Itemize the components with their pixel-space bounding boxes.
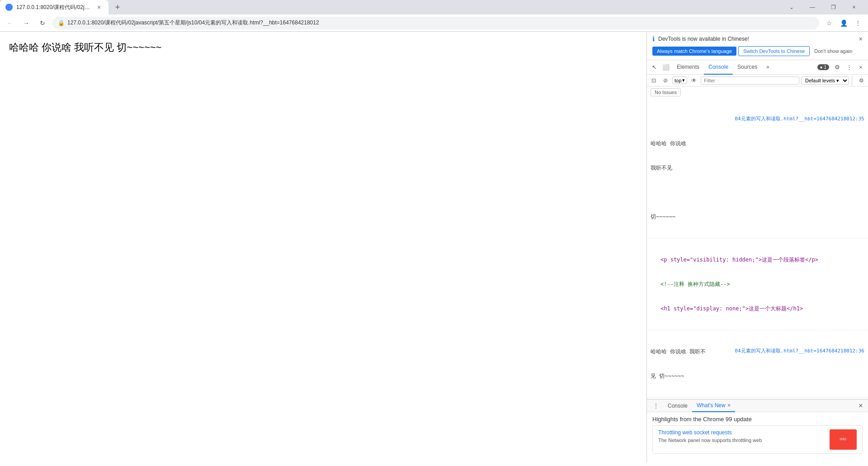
- settings-icon: ⚙: [859, 77, 864, 84]
- bottom-panel-close-button[interactable]: ×: [855, 400, 866, 411]
- console-line: 切~~~~~~: [651, 213, 864, 221]
- tab-favicon: [5, 4, 13, 11]
- bp-whats-new-close[interactable]: ×: [727, 402, 731, 409]
- url-bar[interactable]: 🔒 127.0.0.1:8020/课程代码/02javascript/第五个星期…: [52, 17, 819, 29]
- console-line: <p style="visibility: hidden;">这是一个段落标签<…: [660, 256, 864, 264]
- devtools-main-content: 04元素的写入和读取.html?__hbt=1647684218012:35 哈…: [647, 98, 868, 462]
- devtools-notification: ℹ DevTools is now available in Chinese! …: [647, 32, 868, 60]
- console-line: <h1 style="display: none;">这是一个大标题</h1>: [660, 304, 864, 313]
- error-badge: ● 1: [817, 64, 829, 70]
- window-minimize-btn[interactable]: —: [802, 0, 823, 14]
- close-icon: ×: [859, 64, 863, 71]
- window-controls: ⌄ — ❐ ×: [781, 0, 868, 14]
- console-output[interactable]: 04元素的写入和读取.html?__hbt=1647684218012:35 哈…: [647, 98, 868, 399]
- devtools-main-toolbar: ↖ ⬜ Elements Console Sources: [647, 60, 868, 75]
- bp-whats-new-label: What's New: [697, 402, 726, 409]
- bottom-panel-content: Highlights from the Chrome 99 update Thr…: [647, 412, 868, 457]
- devtools-close-button[interactable]: ×: [855, 62, 866, 73]
- console-settings-button[interactable]: ⚙: [856, 76, 866, 86]
- notification-text: DevTools is now available in Chinese!: [658, 36, 855, 42]
- bp-more-icon: ⋮: [653, 403, 659, 409]
- tab-elements-label: Elements: [677, 64, 699, 70]
- no-issues-section: No Issues: [647, 86, 868, 98]
- tab-close-btn[interactable]: ×: [95, 3, 103, 11]
- notification-actions: Always match Chrome's language Switch De…: [652, 46, 855, 56]
- menu-dots-icon: ⋮: [846, 64, 852, 71]
- back-button[interactable]: ←: [4, 17, 16, 29]
- new-tab-button[interactable]: +: [110, 0, 125, 14]
- eye-button[interactable]: 👁: [689, 76, 699, 86]
- clear-console-button[interactable]: ⊘: [660, 76, 670, 86]
- devtools-panel: ℹ DevTools is now available in Chinese! …: [646, 32, 868, 462]
- tab-sources-label: Sources: [737, 64, 757, 70]
- window-restore-btn[interactable]: ❐: [823, 0, 844, 14]
- tab-console-label: Console: [708, 64, 728, 70]
- window-collapse-btn[interactable]: ⌄: [781, 0, 802, 14]
- execute-icon: ⊡: [651, 77, 656, 84]
- tab-more-icon: »: [766, 64, 769, 70]
- highlights-title: Highlights from the Chrome 99 update: [652, 416, 863, 423]
- lock-icon: 🔒: [58, 20, 65, 26]
- menu-button[interactable]: ⋮: [852, 17, 864, 29]
- chevron-down-icon: ▾: [682, 77, 685, 83]
- console-filter-input[interactable]: [701, 76, 799, 85]
- inspect-element-button[interactable]: ↖: [649, 62, 660, 73]
- device-icon: ⬜: [662, 64, 670, 71]
- console-entry: 04元素的写入和读取.html?__hbt=1647684218012:35 哈…: [647, 98, 868, 238]
- dont-show-again-button[interactable]: Don't show again: [811, 47, 855, 56]
- forward-button[interactable]: →: [20, 17, 33, 29]
- console-entry: 哈哈哈 你说啥 我听不 04元素的写入和读取.html?__hbt=164768…: [647, 330, 868, 398]
- tab-more[interactable]: »: [762, 60, 774, 75]
- console-line: 我听不见: [651, 164, 864, 172]
- active-tab[interactable]: 127.0.0.1:8020/课程代码/02jav... ×: [0, 0, 108, 14]
- clear-icon: ⊘: [663, 77, 668, 84]
- inspect-icon: ↖: [652, 64, 657, 71]
- console-text: <p style="visibility: hidden;">这是一个段落标签<…: [660, 239, 864, 329]
- console-text: 04元素的写入和读取.html?__hbt=1647684218012:35 哈…: [651, 99, 864, 237]
- switch-devtools-button[interactable]: Switch DevTools to Chinese: [738, 46, 810, 56]
- console-toolbar: ⊡ ⊘ top ▾ 👁 Default levels ▾ ⚙: [647, 75, 868, 86]
- bookmark-button[interactable]: ☆: [823, 17, 835, 29]
- svg-text:IMG: IMG: [840, 437, 846, 441]
- match-language-button[interactable]: Always match Chrome's language: [652, 47, 736, 56]
- notification-close-btn[interactable]: ×: [859, 35, 863, 43]
- bottom-panel-tabs: ⋮ Console What's New × ×: [647, 399, 868, 412]
- console-text: 哈哈哈 你说啥 我听不 04元素的写入和读取.html?__hbt=164768…: [651, 331, 864, 396]
- console-line: 见 切~~~~~~: [651, 372, 864, 380]
- bp-tab-console[interactable]: Console: [663, 399, 692, 412]
- account-button[interactable]: 👤: [837, 17, 850, 29]
- card-text: Throttling web socket requests The Netwo…: [658, 429, 825, 444]
- tab-console[interactable]: Console: [704, 60, 733, 75]
- devtools-menu-button[interactable]: ⋮: [844, 62, 854, 73]
- log-level-selector[interactable]: Default levels ▾: [801, 76, 849, 85]
- info-icon: ℹ: [652, 35, 655, 43]
- refresh-button[interactable]: ↻: [36, 17, 49, 29]
- source-link[interactable]: 04元素的写入和读取.html?__hbt=1647684218012:36: [735, 347, 864, 355]
- close-icon: ×: [859, 402, 863, 410]
- devtools-settings-button[interactable]: ⚙: [832, 62, 843, 73]
- eye-icon: 👁: [691, 77, 697, 84]
- page-content: 哈哈哈 你说啥 我听不见 切~~~~~~: [0, 32, 646, 462]
- tab-sources[interactable]: Sources: [733, 60, 762, 75]
- browser-window: 127.0.0.1:8020/课程代码/02jav... × + ⌄ — ❐ ×…: [0, 0, 868, 462]
- console-line: 哈哈哈 你说啥: [651, 139, 864, 147]
- console-line: <!--注释 换种方式隐藏-->: [660, 280, 864, 288]
- execute-context-button[interactable]: ⊡: [649, 76, 659, 86]
- tab-elements[interactable]: Elements: [672, 60, 704, 75]
- card-description: The Network panel now supports throttlin…: [658, 437, 825, 444]
- bp-tab-whats-new[interactable]: What's New ×: [692, 399, 735, 412]
- context-selector[interactable]: top ▾: [672, 76, 687, 84]
- page-text: 哈哈哈 你说啥 我听不见 切~~~~~~: [9, 42, 161, 53]
- bottom-panel: ⋮ Console What's New × ×: [647, 399, 868, 462]
- svg-point-0: [7, 5, 11, 10]
- card-title[interactable]: Throttling web socket requests: [658, 429, 825, 436]
- no-issues-badge: No Issues: [651, 88, 681, 96]
- address-actions: ☆ 👤 ⋮: [823, 17, 864, 29]
- devtools-tabs: Elements Console Sources »: [672, 60, 774, 75]
- bp-tab-more[interactable]: ⋮: [649, 399, 663, 412]
- tab-bar: 127.0.0.1:8020/课程代码/02jav... × + ⌄ — ❐ ×: [0, 0, 868, 14]
- device-toolbar-button[interactable]: ⬜: [660, 62, 671, 73]
- source-link[interactable]: 04元素的写入和读取.html?__hbt=1647684218012:35: [735, 115, 864, 123]
- window-close-btn[interactable]: ×: [844, 0, 864, 14]
- main-area: 哈哈哈 你说啥 我听不见 切~~~~~~ ℹ DevTools is now a…: [0, 32, 868, 462]
